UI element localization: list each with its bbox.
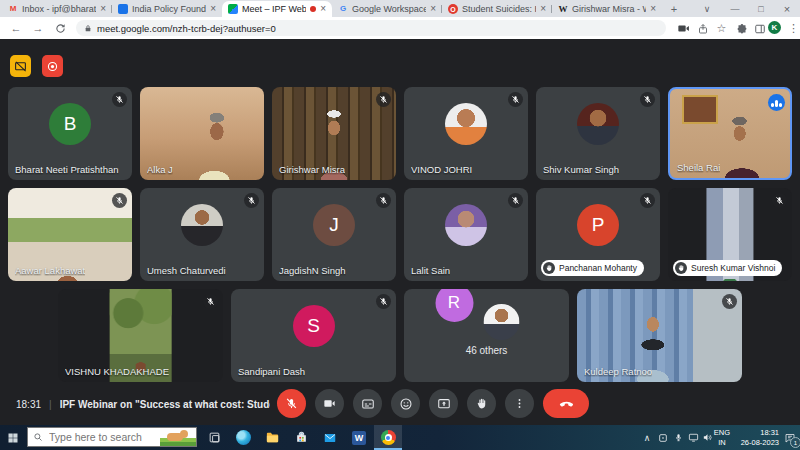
extensions-puzzle-icon[interactable] bbox=[734, 21, 749, 36]
start-button[interactable] bbox=[0, 425, 26, 450]
tab-meet-active[interactable]: Meet – IPF Webin × bbox=[222, 1, 332, 17]
mic-off-icon bbox=[376, 193, 391, 208]
microphone-muted-button[interactable] bbox=[277, 389, 306, 418]
camera-in-use-icon[interactable] bbox=[676, 21, 691, 36]
mic-off-icon bbox=[640, 92, 655, 107]
participant-name: Bharat Neeti Pratishthan bbox=[15, 164, 119, 175]
bookmark-star-icon[interactable]: ☆ bbox=[714, 21, 729, 36]
reload-button[interactable] bbox=[52, 20, 68, 36]
participant-tile-kuldeep-ratnoo[interactable]: Kuldeep Ratnoo bbox=[577, 289, 742, 382]
language-code: ENG bbox=[712, 428, 732, 438]
participant-tile-sandipani-dash[interactable]: S Sandipani Dash bbox=[231, 289, 396, 382]
browser-menu-icon[interactable]: ⋮ bbox=[786, 21, 800, 36]
tab-search-caret[interactable]: ∨ bbox=[694, 0, 720, 17]
avatar-letter: R bbox=[435, 289, 473, 322]
tray-show-hidden-icons[interactable]: ∧ bbox=[640, 425, 654, 450]
participant-tile-jagdishn-singh[interactable]: J JagdishN Singh bbox=[272, 188, 396, 281]
participant-name: Kuldeep Ratnoo bbox=[584, 366, 652, 377]
window-maximize-button[interactable]: □ bbox=[748, 0, 774, 17]
opindia-icon: O bbox=[448, 4, 458, 14]
chrome-taskbar-button[interactable] bbox=[374, 425, 402, 450]
participant-name: Umesh Chaturvedi bbox=[147, 265, 226, 276]
participant-tile-panchanan-mohanty[interactable]: P Panchanan Mohanty bbox=[536, 188, 660, 281]
tab-close-icon[interactable]: × bbox=[430, 4, 436, 14]
avatar-photo bbox=[483, 304, 519, 340]
search-highlight-image[interactable] bbox=[160, 428, 196, 446]
meeting-title: IPF Webinar on "Success at what cost: St… bbox=[60, 399, 270, 410]
window-close-button[interactable]: × bbox=[774, 0, 800, 17]
tray-microphone-icon[interactable] bbox=[671, 425, 685, 450]
tab-india-policy-foundation[interactable]: India Policy Foundatio × bbox=[112, 1, 222, 17]
forward-button[interactable]: → bbox=[30, 20, 46, 36]
tab-close-icon[interactable]: × bbox=[650, 4, 656, 14]
participant-tile-alka[interactable]: Alka J bbox=[140, 87, 264, 180]
meeting-time: 18:31 bbox=[16, 399, 41, 410]
overflow-avatars: R bbox=[454, 303, 519, 341]
participant-tile-46-others[interactable]: R 46 others bbox=[404, 289, 569, 382]
mic-off-icon bbox=[508, 193, 523, 208]
tray-app-icon[interactable] bbox=[656, 425, 670, 450]
participant-tile-suresh-kumar-vishnoi[interactable]: Suresh Kumar Vishnoi bbox=[668, 188, 792, 281]
edge-icon bbox=[236, 430, 251, 445]
tab-close-icon[interactable]: × bbox=[210, 4, 216, 14]
participant-tile-girishwar-misra[interactable]: Girishwar Misra bbox=[272, 87, 396, 180]
search-input[interactable] bbox=[47, 430, 156, 444]
mail-taskbar-button[interactable] bbox=[316, 425, 344, 450]
gmail-icon: M bbox=[8, 4, 18, 14]
https-lock-icon bbox=[84, 24, 92, 33]
taskbar-search-box[interactable] bbox=[27, 427, 197, 447]
action-center-button[interactable]: 1 bbox=[782, 425, 798, 450]
participant-tile-lalit-sain[interactable]: Lalit Sain bbox=[404, 188, 528, 281]
presentation-off-icon bbox=[14, 60, 27, 73]
tab-wikipedia-girishwar-misra[interactable]: W Girishwar Misra - Wiki × bbox=[552, 1, 662, 17]
raise-hand-button[interactable] bbox=[467, 389, 496, 418]
hand-raised-pill: Suresh Kumar Vishnoi bbox=[673, 260, 782, 276]
tab-close-icon[interactable]: × bbox=[540, 4, 546, 14]
window-minimize-button[interactable]: — bbox=[722, 0, 748, 17]
recording-badge bbox=[42, 55, 63, 77]
edge-taskbar-button[interactable] bbox=[229, 425, 257, 450]
meet-stage: B Bharat Neeti Pratishthan Alka J Girish… bbox=[0, 39, 800, 425]
task-view-button[interactable] bbox=[200, 425, 228, 450]
side-panel-icon[interactable] bbox=[752, 21, 767, 36]
mic-off-icon bbox=[203, 294, 218, 309]
microsoft-store-taskbar-button[interactable] bbox=[287, 425, 315, 450]
hand-raised-icon bbox=[675, 262, 687, 274]
chrome-icon bbox=[381, 430, 396, 445]
hand-raised-pill: Panchanan Mohanty bbox=[541, 260, 644, 276]
tab-close-icon[interactable]: × bbox=[100, 4, 106, 14]
profile-avatar[interactable]: K bbox=[768, 21, 781, 34]
speaking-indicator-icon bbox=[768, 94, 785, 111]
participant-tile-shiv-kumar-singh[interactable]: Shiv Kumar Singh bbox=[536, 87, 660, 180]
participant-tile-aawar-lakhawat[interactable]: Aawar Lakhawat bbox=[8, 188, 132, 281]
tray-language-indicator[interactable]: ENG IN bbox=[712, 428, 732, 447]
participant-tile-umesh-chaturvedi[interactable]: Umesh Chaturvedi bbox=[140, 188, 264, 281]
participant-tile-sheila-rai-speaking[interactable]: Sheila Rai bbox=[668, 87, 792, 180]
reactions-button[interactable] bbox=[391, 389, 420, 418]
file-explorer-taskbar-button[interactable] bbox=[258, 425, 286, 450]
more-options-button[interactable] bbox=[505, 389, 534, 418]
camera-button[interactable] bbox=[315, 389, 344, 418]
avatar-photo bbox=[445, 204, 487, 246]
present-screen-button[interactable] bbox=[429, 389, 458, 418]
url-bar[interactable]: meet.google.com/nzh-tcrb-dej?authuser=0 bbox=[76, 20, 666, 36]
leave-call-button[interactable] bbox=[543, 389, 589, 418]
tab-student-suicides[interactable]: O Student Suicides: How × bbox=[442, 1, 552, 17]
tab-gmail-inbox[interactable]: M Inbox - ipf@bharatne × bbox=[2, 1, 112, 17]
back-button[interactable]: ← bbox=[8, 20, 24, 36]
captions-button[interactable] bbox=[353, 389, 382, 418]
tray-network-icon[interactable] bbox=[686, 425, 700, 450]
tab-recording-indicator bbox=[310, 6, 316, 12]
windows-logo-icon bbox=[7, 432, 19, 444]
word-taskbar-button[interactable]: W bbox=[345, 425, 373, 450]
new-tab-button[interactable]: + bbox=[666, 1, 682, 17]
tab-close-icon[interactable]: × bbox=[320, 4, 326, 14]
tray-clock[interactable]: 18:31 26-08-2023 bbox=[733, 428, 779, 447]
search-icon bbox=[33, 432, 43, 442]
call-controls bbox=[277, 389, 589, 418]
tab-google-workspace[interactable]: G Google Workspace He × bbox=[332, 1, 442, 17]
participant-tile-vishnu-khadakhade[interactable]: VISHNU KHADAKHADE bbox=[58, 289, 223, 382]
participant-tile-bharat-neeti-pratishthan[interactable]: B Bharat Neeti Pratishthan bbox=[8, 87, 132, 180]
participant-tile-vinod-johri[interactable]: VINOD JOHRI bbox=[404, 87, 528, 180]
share-icon[interactable] bbox=[695, 21, 710, 36]
